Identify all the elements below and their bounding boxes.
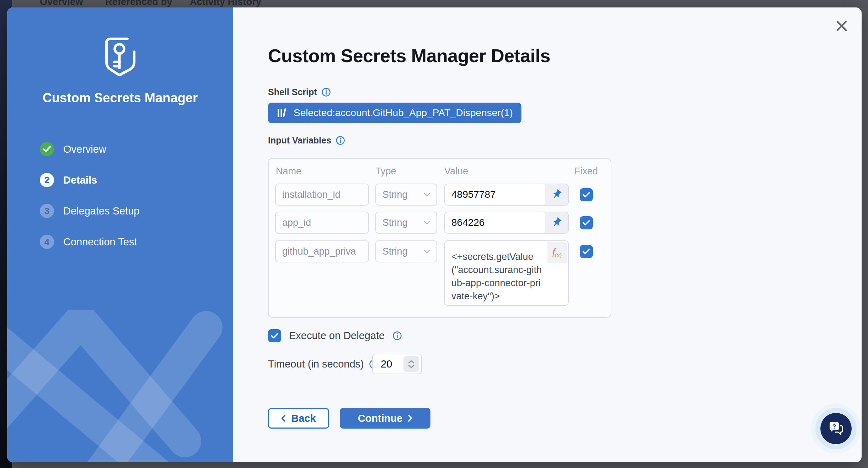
step-number: 4 (40, 235, 54, 249)
table-row: github_app_priva (275, 240, 369, 262)
checkmark-icon (271, 333, 278, 339)
chevron-left-icon (281, 415, 285, 422)
step-connection-test[interactable]: 4 Connection Test (40, 235, 139, 249)
close-icon (836, 20, 848, 32)
column-header-type: Type (375, 166, 396, 177)
shell-script-label: Shell Script (268, 87, 317, 97)
pushpin-icon (551, 189, 562, 200)
checkmark-icon (583, 249, 590, 255)
variable-name-input[interactable]: github_app_priva (275, 240, 369, 262)
fixed-checkbox[interactable] (580, 216, 593, 229)
variable-type-select[interactable]: String (375, 184, 437, 206)
execute-on-delegate-label: Execute on Delegate (289, 330, 385, 342)
step-label: Delegates Setup (63, 205, 139, 217)
checkmark-icon (583, 220, 590, 226)
wizard-sidebar: Custom Secrets Manager Overview 2 Detail… (7, 7, 233, 462)
shell-script-info-button[interactable] (321, 87, 331, 97)
step-number: 2 (40, 173, 54, 187)
template-library-icon (277, 108, 287, 118)
table-row (571, 212, 601, 234)
type-select-value: String (382, 217, 408, 228)
execute-on-delegate-checkbox[interactable] (268, 329, 281, 342)
table-row (571, 240, 601, 262)
table-row: app_id (275, 212, 369, 234)
variable-value-input[interactable]: 864226 (445, 212, 545, 233)
fx-icon: f(x) (552, 246, 562, 259)
chat-question-icon: ? (827, 421, 845, 436)
variable-type-select[interactable]: String (375, 212, 437, 234)
variable-name-input[interactable]: app_id (275, 212, 369, 234)
value-type-toggle[interactable] (545, 184, 568, 205)
back-button[interactable]: Back (268, 408, 329, 429)
step-label: Details (63, 174, 97, 186)
chevron-down-icon (424, 221, 430, 225)
chevron-up-icon (408, 360, 414, 364)
step-label: Connection Test (63, 236, 137, 248)
fixed-checkbox[interactable] (580, 188, 593, 201)
type-select-value: String (382, 246, 408, 257)
page-title: Custom Secrets Manager Details (268, 45, 550, 66)
table-row: installation_id (275, 184, 369, 206)
pushpin-icon (551, 217, 562, 228)
input-variables-info-button[interactable] (336, 136, 345, 145)
wizard-title: Custom Secrets Manager (7, 91, 233, 105)
close-button[interactable] (832, 17, 851, 35)
chevron-right-icon (408, 415, 412, 422)
selected-shell-script-chip[interactable]: Selected:account.GitHub_App_PAT_Dispense… (268, 103, 521, 123)
input-variables-table: Name Type Value Fixed installation_id St… (268, 158, 611, 318)
column-header-fixed: Fixed (571, 166, 601, 177)
chevron-down-icon (424, 250, 430, 254)
timeout-label: Timeout (in seconds) (268, 358, 364, 370)
column-header-name: Name (276, 166, 301, 177)
background-tabstrip: Overview Referenced by Activity History (12, 0, 868, 7)
timeout-input[interactable]: 20 (372, 354, 422, 374)
tab-referenced-by[interactable]: Referenced by (105, 0, 172, 7)
step-overview[interactable]: Overview (40, 142, 139, 156)
custom-secrets-manager-modal: Custom Secrets Manager Overview 2 Detail… (7, 7, 862, 462)
chevron-down-icon (408, 365, 414, 368)
column-header-value: Value (444, 166, 468, 177)
help-chat-button[interactable]: ? (820, 413, 852, 444)
expression-fx-button[interactable]: f(x) (547, 242, 567, 263)
table-row: String (375, 240, 437, 262)
table-row: <+secrets.getValue("account.suranc-githu… (444, 240, 569, 306)
table-row: 864226 (444, 212, 569, 234)
step-label: Overview (63, 143, 106, 155)
checkmark-icon (583, 192, 590, 198)
type-select-value: String (382, 189, 408, 200)
table-row: 48957787 (444, 184, 569, 206)
continue-button-label: Continue (358, 413, 403, 424)
info-icon (321, 87, 331, 97)
number-stepper[interactable] (403, 356, 419, 372)
variable-type-select[interactable]: String (375, 240, 437, 262)
variable-value-input[interactable]: 48957787 (445, 184, 545, 205)
execute-on-delegate-info-button[interactable] (392, 331, 402, 341)
harness-logo-watermark (7, 310, 233, 462)
continue-button[interactable]: Continue (340, 408, 430, 429)
value-type-toggle[interactable] (545, 212, 568, 233)
tab-activity-history[interactable]: Activity History (190, 0, 261, 7)
step-details[interactable]: 2 Details (40, 173, 139, 187)
tab-overview[interactable]: Overview (40, 0, 83, 7)
table-row (571, 184, 601, 206)
variable-name-input[interactable]: installation_id (275, 184, 369, 206)
step-delegates-setup[interactable]: 3 Delegates Setup (40, 204, 139, 218)
back-button-label: Back (291, 413, 316, 424)
info-icon (392, 331, 402, 341)
svg-text:?: ? (832, 423, 836, 430)
selected-shell-script-text: Selected:account.GitHub_App_PAT_Dispense… (294, 107, 513, 119)
timeout-value: 20 (373, 358, 403, 370)
fixed-checkbox[interactable] (580, 245, 593, 258)
page-background: Overview Referenced by Activity History (0, 0, 868, 468)
chevron-down-icon (424, 193, 430, 197)
table-row: String (375, 184, 437, 206)
wizard-steps: Overview 2 Details 3 Delegates Setup 4 C… (40, 142, 139, 266)
info-icon (336, 136, 345, 145)
step-done-check-icon (40, 142, 54, 156)
table-row: String (375, 212, 437, 234)
input-variables-label: Input Variables (268, 135, 331, 146)
step-number: 3 (40, 204, 54, 218)
shield-key-icon (98, 33, 142, 80)
